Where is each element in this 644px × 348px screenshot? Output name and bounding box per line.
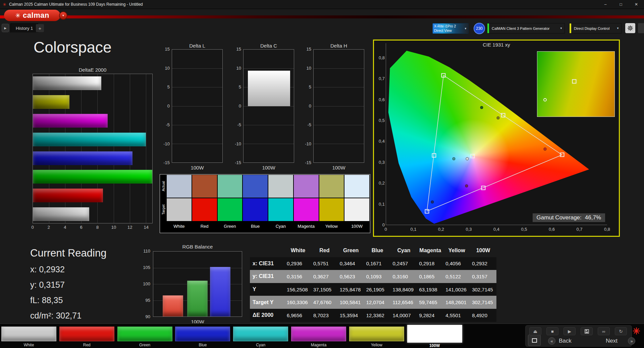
display-control-accent: [570, 23, 571, 33]
swatch-label: Magenta: [294, 222, 319, 230]
save-icon: [585, 329, 589, 334]
axis-tick-label: -5: [226, 122, 241, 127]
y-axis-tick-label: 0,6: [375, 97, 385, 102]
table-cell: 12,0704: [364, 296, 391, 309]
table-cell: 0,3464: [338, 257, 364, 270]
measured-marker-100w: [466, 157, 469, 160]
pattern-swatch-green[interactable]: [117, 327, 172, 341]
link-icon: ∞: [602, 329, 605, 334]
chart-title: Delta H: [313, 43, 364, 49]
swatch-comparison: ActualTargetWhiteRedGreenBlueCyanMagenta…: [160, 174, 370, 233]
column-header-white: White: [285, 244, 311, 257]
tab-scroll-button[interactable]: ▶: [2, 24, 9, 32]
deltae-chart-title: DeltaE 2000: [33, 67, 153, 73]
table-cell: 59,7465: [417, 296, 443, 309]
target-marker-cyan: [432, 153, 436, 157]
rgb-bar-green: [187, 281, 208, 317]
maximize-button[interactable]: □: [613, 0, 629, 9]
table-cell: 141,0026: [443, 283, 470, 296]
calman-logo[interactable]: ✳ calman: [4, 10, 60, 21]
actual-swatch-magenta: [294, 175, 319, 198]
deltae-x-axis: 02468101214: [33, 225, 153, 230]
play-button[interactable]: ▶: [564, 327, 576, 335]
table-cell: 8,4920: [470, 309, 496, 322]
deltae-bar-white: [33, 207, 89, 221]
column-header-100w: 100W: [470, 244, 496, 257]
pattern-generator-dropdown[interactable]: CalMAN Client 3 Pattern Generator ▼: [487, 23, 565, 33]
gridline: [314, 68, 364, 69]
table-cell: 112,6546: [391, 296, 417, 309]
settings-button[interactable]: [625, 23, 635, 33]
actual-swatch-yellow: [319, 175, 344, 198]
stop-button[interactable]: ■: [546, 327, 558, 335]
target-swatch-yellow: [319, 198, 344, 221]
axis-tick-label: 14: [144, 225, 148, 230]
measured-marker-yellow: [497, 116, 500, 119]
table-cell: 0,4056: [443, 257, 470, 270]
pattern-swatch-yellow[interactable]: [349, 327, 404, 341]
pattern-swatch-100w[interactable]: [407, 325, 462, 343]
x-axis-tick-label: 0,4: [493, 227, 499, 232]
pattern-generator-accent: [487, 23, 489, 33]
table-row: Y156,250837,1505125,847826,1905138,84096…: [250, 283, 496, 296]
gridline: [172, 87, 222, 87]
calman-menu-caret[interactable]: ▼: [59, 11, 67, 20]
eject-button[interactable]: ⏏: [529, 327, 541, 335]
pattern-swatch-white[interactable]: [1, 327, 56, 341]
layout-button[interactable]: [528, 335, 541, 346]
save-button[interactable]: [581, 327, 593, 335]
close-button[interactable]: ✕: [629, 0, 644, 9]
add-tab-button[interactable]: +: [36, 24, 44, 32]
deltae-bar-blue: [33, 151, 132, 165]
current-reading: Current Reading x: 0,2932y: 0,3157fL: 88…: [30, 247, 106, 326]
refresh-button[interactable]: ↻: [615, 327, 627, 335]
delta-chart-delta-h: Delta H151050-5-10-15100W: [294, 43, 365, 171]
actual-swatch-100w: [344, 175, 369, 198]
axis-tick-label: -5: [155, 122, 170, 127]
measured-marker-blue: [431, 200, 434, 203]
pattern-swatch-blue[interactable]: [175, 327, 230, 341]
chevron-down-icon: ▼: [560, 27, 562, 30]
pattern-swatch-magenta[interactable]: [291, 327, 346, 341]
next-arrow-icon[interactable]: »: [628, 337, 635, 345]
deltae-bar-yellow: [33, 95, 69, 109]
pattern-swatch-cyan[interactable]: [233, 327, 288, 341]
table-cell: 12,3362: [364, 309, 391, 322]
display-control-dropdown[interactable]: Direct Display Control ▼: [569, 23, 622, 33]
actual-swatch-white: [167, 175, 192, 198]
column-header-green: Green: [338, 244, 364, 257]
table-corner: [250, 244, 285, 257]
gamut-coverage-label: Gamut Coverage:: [537, 214, 582, 221]
brand-stripe: [0, 15, 644, 18]
meter-badge[interactable]: 230: [474, 23, 485, 34]
target-swatch-blue: [243, 198, 268, 221]
swatch-column-magenta: Magenta: [294, 175, 319, 230]
next-button[interactable]: Next: [606, 338, 618, 344]
swatch-column-yellow: Yellow: [319, 175, 344, 230]
table-cell: 125,8478: [338, 283, 364, 296]
meter-dropdown[interactable]: X-Rite i1Pro 2 Direct View ▼: [432, 23, 469, 34]
y-axis-tick-label: 0,1: [375, 202, 385, 207]
back-button[interactable]: Back: [559, 338, 572, 344]
tab-history-1[interactable]: History 1: [10, 23, 38, 32]
back-arrow-icon[interactable]: «: [548, 337, 555, 345]
gear-icon: [627, 25, 633, 31]
pattern-swatch-label: White: [1, 343, 56, 347]
table-cell: 0,2936: [285, 257, 311, 270]
swatch-label: White: [167, 222, 192, 230]
axis-tick-label: 5: [226, 84, 241, 89]
meter-name: X-Rite i1Pro 2: [434, 24, 464, 28]
rgb-bar-blue: [210, 267, 230, 317]
link-button[interactable]: ∞: [598, 327, 610, 335]
pattern-swatch-red[interactable]: [59, 327, 114, 341]
actual-swatch-blue: [243, 175, 268, 198]
reading-line: y: 0,3157: [30, 280, 106, 290]
axis-tick-label: 10: [226, 66, 241, 71]
table-row: y: CIE310,31560,36270,56230,10930,31600,…: [250, 270, 496, 283]
column-header-red: Red: [311, 244, 338, 257]
stop-icon: ■: [551, 329, 554, 334]
axis-tick-label: 10: [155, 66, 170, 71]
collapsed-panel-button[interactable]: [638, 23, 644, 33]
minimize-button[interactable]: –: [598, 0, 613, 9]
y-axis-tick-label: 0: [375, 222, 385, 227]
